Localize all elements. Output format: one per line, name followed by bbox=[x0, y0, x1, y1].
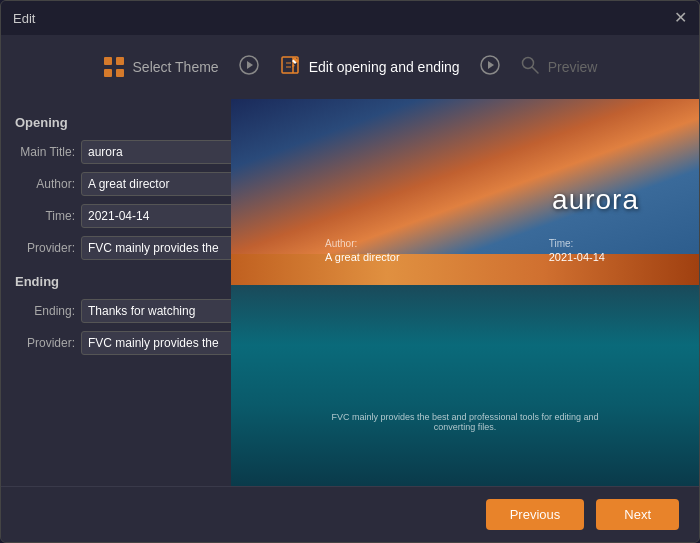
close-button[interactable]: ✕ bbox=[674, 10, 687, 26]
time-label: Time: bbox=[15, 209, 75, 223]
tab-select-theme-label: Select Theme bbox=[133, 59, 219, 75]
svg-rect-3 bbox=[116, 69, 124, 77]
tab-separator-1 bbox=[239, 55, 259, 80]
provider-opening-input[interactable] bbox=[81, 236, 231, 260]
preview-author-value: A great director bbox=[325, 251, 400, 263]
time-input[interactable] bbox=[81, 204, 231, 228]
preview-meta: Author: A great director Time: 2021-04-1… bbox=[325, 238, 605, 263]
svg-marker-5 bbox=[247, 61, 253, 69]
preview-time-col: Time: 2021-04-14 bbox=[549, 238, 605, 263]
bottom-bar: Previous Next bbox=[1, 486, 699, 542]
svg-marker-8 bbox=[488, 61, 494, 69]
author-label: Author: bbox=[15, 177, 75, 191]
window-title: Edit bbox=[13, 11, 35, 26]
opening-section-label: Opening bbox=[15, 115, 217, 130]
time-row: Time: bbox=[15, 204, 217, 228]
search-icon bbox=[520, 55, 540, 80]
author-input[interactable] bbox=[81, 172, 231, 196]
preview-image: aurora Author: A great director Time: 20… bbox=[231, 99, 699, 486]
provider-opening-label: Provider: bbox=[15, 241, 75, 255]
tab-edit-opening-ending-label: Edit opening and ending bbox=[309, 59, 460, 75]
svg-rect-2 bbox=[104, 69, 112, 77]
tab-preview-label: Preview bbox=[548, 59, 598, 75]
edit-icon bbox=[279, 54, 301, 81]
svg-rect-0 bbox=[104, 57, 112, 65]
author-row: Author: bbox=[15, 172, 217, 196]
provider-opening-row: Provider: bbox=[15, 236, 217, 260]
grid-icon bbox=[103, 56, 125, 78]
main-title-row: Main Title: bbox=[15, 140, 217, 164]
preview-title: aurora bbox=[552, 184, 639, 216]
preview-footer: FVC mainly provides the best and profess… bbox=[325, 412, 605, 432]
right-panel: aurora Author: A great director Time: 20… bbox=[231, 99, 699, 486]
svg-line-10 bbox=[532, 67, 538, 73]
ending-section-label: Ending bbox=[15, 274, 217, 289]
svg-rect-1 bbox=[116, 57, 124, 65]
title-bar: Edit ✕ bbox=[1, 1, 699, 35]
ending-label: Ending: bbox=[15, 304, 75, 318]
tab-edit-opening-ending[interactable]: Edit opening and ending bbox=[263, 46, 476, 89]
next-button[interactable]: Next bbox=[596, 499, 679, 530]
main-title-input[interactable] bbox=[81, 140, 231, 164]
tab-preview[interactable]: Preview bbox=[504, 47, 614, 88]
tab-separator-2 bbox=[480, 55, 500, 80]
preview-time-key: Time: bbox=[549, 238, 605, 249]
edit-window: Edit ✕ Select Theme bbox=[0, 0, 700, 543]
left-panel: Opening Main Title: Author: Time: Provid… bbox=[1, 99, 231, 486]
tab-bar: Select Theme Edit opening and ending bbox=[1, 35, 699, 99]
ending-row: Ending: bbox=[15, 299, 217, 323]
tab-select-theme[interactable]: Select Theme bbox=[87, 48, 235, 86]
preview-water bbox=[231, 285, 699, 486]
previous-button[interactable]: Previous bbox=[486, 499, 585, 530]
main-title-label: Main Title: bbox=[15, 145, 75, 159]
preview-author-key: Author: bbox=[325, 238, 400, 249]
ending-input[interactable] bbox=[81, 299, 231, 323]
provider-ending-row: Provider: bbox=[15, 331, 217, 355]
preview-author-col: Author: A great director bbox=[325, 238, 400, 263]
content-area: Opening Main Title: Author: Time: Provid… bbox=[1, 99, 699, 486]
provider-ending-input[interactable] bbox=[81, 331, 231, 355]
provider-ending-label: Provider: bbox=[15, 336, 75, 350]
preview-time-value: 2021-04-14 bbox=[549, 251, 605, 263]
